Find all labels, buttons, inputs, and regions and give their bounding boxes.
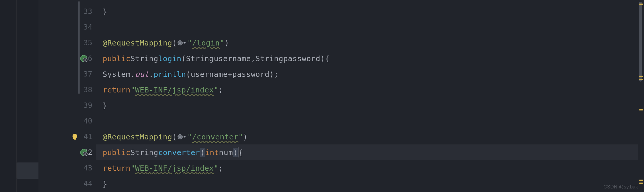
- tool-window-bar[interactable]: [0, 0, 16, 192]
- punctuation: ): [225, 38, 229, 47]
- type: String: [130, 54, 158, 63]
- gutter-line-44[interactable]: 44: [38, 176, 96, 191]
- punctuation: }: [103, 101, 107, 110]
- url-globe-icon[interactable]: [177, 40, 187, 46]
- code-editor[interactable]: 333435363738394041424344 } @RequestMappi…: [38, 0, 644, 192]
- string: ": [214, 85, 219, 94]
- line-gutter[interactable]: 333435363738394041424344: [38, 0, 96, 192]
- gutter-line-33[interactable]: 33: [38, 4, 96, 19]
- parameter: num: [219, 148, 233, 157]
- code-line-37[interactable]: System.out.println(username + password);: [96, 66, 638, 82]
- type: String: [186, 54, 214, 63]
- warning-marker[interactable]: [639, 109, 643, 110]
- web-endpoint-icon[interactable]: [80, 149, 88, 156]
- code-line-44[interactable]: }: [96, 176, 638, 191]
- gutter-line-40[interactable]: 40: [38, 113, 96, 129]
- identifier: username: [191, 70, 227, 79]
- line-number: 39: [83, 101, 92, 110]
- code-line-36[interactable]: public String login(String username,Stri…: [96, 51, 638, 66]
- project-tool-panel[interactable]: [16, 0, 38, 192]
- line-number: 38: [83, 85, 92, 94]
- function-name: converter: [158, 148, 200, 157]
- string: ": [238, 132, 243, 141]
- string: ": [187, 38, 192, 47]
- punctuation: {: [325, 54, 330, 63]
- url-globe-icon[interactable]: [177, 134, 187, 140]
- identifier: System: [103, 70, 130, 79]
- static-field: out: [135, 70, 149, 79]
- code-line-34[interactable]: [96, 19, 638, 35]
- keyword: public: [103, 54, 130, 63]
- code-line-39[interactable]: }: [96, 97, 638, 113]
- punctuation: ;: [218, 85, 223, 94]
- line-number: 35: [83, 38, 92, 47]
- web-endpoint-icon[interactable]: [80, 55, 88, 62]
- code-line-41[interactable]: @RequestMapping("/conventer"): [96, 129, 638, 144]
- keyword: int: [205, 148, 219, 157]
- string: /conventer: [192, 132, 238, 141]
- code-line-38[interactable]: return "WEB-INF/jsp/index";: [96, 82, 638, 97]
- string: ": [220, 38, 225, 47]
- string: WEB-INF/jsp/index: [135, 85, 214, 94]
- gutter-line-38[interactable]: 38: [38, 82, 96, 97]
- brace-highlight: (: [200, 148, 205, 157]
- line-number: 34: [83, 23, 92, 31]
- brace-highlight: ): [233, 148, 238, 157]
- identifier: password: [232, 70, 269, 79]
- gutter-line-41[interactable]: 41: [38, 129, 96, 144]
- type: String: [256, 54, 283, 63]
- string: ": [214, 164, 219, 173]
- scrollbar-thumb[interactable]: [639, 2, 642, 82]
- punctuation: ;: [274, 70, 279, 79]
- warning-marker[interactable]: [639, 180, 643, 181]
- gutter-line-39[interactable]: 39: [38, 97, 96, 113]
- string: /login: [192, 38, 220, 47]
- code-line-40[interactable]: [96, 113, 638, 129]
- line-number: 43: [83, 164, 92, 172]
- scrollbar-track[interactable]: [638, 0, 644, 192]
- punctuation: {: [238, 148, 243, 157]
- punctuation: ): [320, 54, 325, 63]
- warning-marker[interactable]: [639, 4, 643, 5]
- punctuation: .: [130, 70, 135, 79]
- keyword: return: [103, 85, 130, 94]
- identifier: password: [283, 54, 320, 63]
- punctuation: ): [269, 70, 274, 79]
- editor-root: 333435363738394041424344 } @RequestMappi…: [0, 0, 644, 192]
- string: ": [187, 132, 192, 141]
- keyword: public: [103, 148, 130, 157]
- identifier: username: [214, 54, 251, 63]
- punctuation: (: [186, 70, 191, 79]
- warning-marker[interactable]: [639, 183, 643, 184]
- warning-marker[interactable]: [639, 76, 643, 77]
- gutter-line-36[interactable]: 36: [38, 51, 96, 66]
- function-name: login: [158, 54, 181, 63]
- punctuation: (: [172, 38, 177, 47]
- punctuation: (: [172, 132, 177, 141]
- gutter-line-43[interactable]: 43: [38, 160, 96, 176]
- code-line-42[interactable]: public String converter(int num) {: [96, 144, 638, 160]
- punctuation: .: [149, 70, 154, 79]
- gutter-line-34[interactable]: 34: [38, 19, 96, 35]
- function-name: println: [154, 70, 186, 79]
- code-area[interactable]: } @RequestMapping("/login") public Strin…: [96, 0, 638, 192]
- line-number: 40: [83, 117, 92, 125]
- punctuation: }: [103, 179, 107, 188]
- annotation: @RequestMapping: [103, 132, 172, 141]
- punctuation: ,: [251, 54, 256, 63]
- warning-marker[interactable]: [639, 79, 643, 80]
- gutter-line-35[interactable]: 35: [38, 35, 96, 51]
- punctuation: (: [181, 54, 186, 63]
- watermark-text: CSDN @sy.bak: [603, 184, 638, 190]
- line-number: 44: [83, 179, 92, 188]
- intention-bulb-icon[interactable]: [71, 133, 79, 141]
- punctuation: +: [228, 70, 233, 79]
- gutter-line-42[interactable]: 42: [38, 144, 96, 160]
- code-line-35[interactable]: @RequestMapping("/login"): [96, 35, 638, 51]
- gutter-line-37[interactable]: 37: [38, 66, 96, 82]
- type: String: [130, 148, 158, 157]
- punctuation: ;: [218, 164, 223, 173]
- code-line-43[interactable]: return "WEB-INF/jsp/index";: [96, 160, 638, 176]
- code-line-33[interactable]: }: [96, 4, 638, 19]
- string: ": [130, 85, 135, 94]
